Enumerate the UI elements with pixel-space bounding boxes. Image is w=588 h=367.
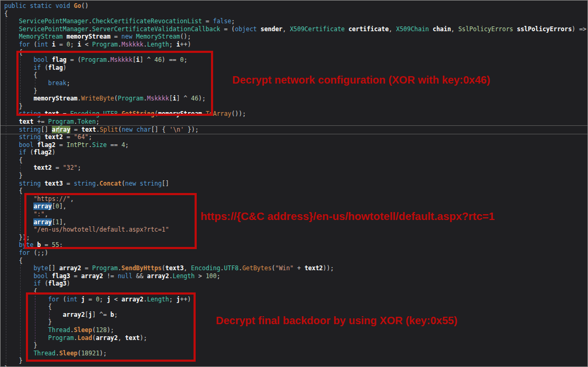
code-token: int [37, 41, 48, 48]
code-token [4, 241, 19, 249]
code-token: chain [433, 25, 451, 33]
code-token: } [4, 365, 8, 367]
code-token [257, 25, 261, 33]
code-token: = [202, 17, 213, 25]
code-line[interactable]: text += Program.Token; [4, 118, 587, 126]
code-token: X509Certificate [290, 25, 345, 33]
code-token: ( [30, 41, 37, 48]
code-token: static [30, 2, 52, 10]
code-token: Program [48, 118, 74, 125]
code-line[interactable]: if (flag3) [4, 280, 587, 288]
code-token: Concat [99, 180, 122, 187]
code-token: && [132, 272, 147, 280]
code-line[interactable]: { [4, 157, 587, 164]
code-token: ; [78, 164, 81, 171]
code-token: ++) [180, 41, 191, 48]
code-token: i [78, 41, 81, 48]
code-line[interactable]: string text3 = string.Concat(new string[… [4, 180, 587, 188]
code-token [4, 164, 33, 171]
code-token: if [33, 280, 41, 287]
code-line[interactable]: ServicePointManager.CheckCertificateRevo… [4, 17, 587, 25]
code-token: + [293, 264, 305, 272]
code-line[interactable]: { [4, 10, 587, 18]
code-token: '\n' [169, 126, 184, 133]
code-line[interactable]: } [4, 365, 587, 367]
code-token [4, 126, 19, 133]
code-token: UTF8 [224, 264, 239, 272]
code-token: new [122, 126, 133, 133]
code-token: text2 [44, 133, 63, 141]
code-line[interactable]: ServicePointManager.ServerCertificateVal… [4, 25, 587, 33]
code-token: ; [169, 41, 177, 48]
code-token: Split [100, 126, 118, 133]
code-token [4, 133, 19, 141]
code-token: string [19, 126, 41, 133]
code-token: , [389, 25, 396, 33]
code-line[interactable]: bool flag3 = array2 != null && array2.Le… [4, 272, 587, 280]
code-token: } [4, 172, 23, 179]
code-token: bool [33, 272, 48, 280]
code-token: . [221, 264, 224, 272]
code-token: , [183, 264, 191, 272]
code-token: text [81, 126, 96, 133]
code-token: [] [41, 126, 52, 133]
annotation-text-xor-config: Decrypt network configuration (XOR with … [232, 74, 490, 86]
code-token: Size [92, 141, 107, 149]
code-token: text [19, 118, 34, 125]
code-token [70, 2, 74, 10]
code-token: . [169, 272, 173, 280]
code-token: char [136, 126, 151, 133]
code-token: "32" [63, 164, 78, 171]
code-token: Program [92, 41, 117, 48]
code-token: ; [70, 41, 78, 48]
code-line[interactable]: MemoryStream memoryStream = new MemorySt… [4, 33, 587, 41]
code-token: Mskkkk [122, 41, 144, 48]
code-line[interactable]: { [4, 257, 587, 265]
code-line[interactable]: } [4, 172, 587, 180]
code-token [48, 272, 52, 280]
code-token: = ( [221, 25, 235, 33]
code-token: ) [52, 149, 56, 156]
code-token: (); [180, 33, 191, 40]
code-token: new [125, 180, 136, 187]
code-token: CheckCertificateRevocationList [92, 17, 202, 25]
code-line[interactable]: for (int i = 0; i < Program.Mskkkk.Lengt… [4, 41, 587, 49]
code-token: . [74, 118, 78, 125]
code-token: object [235, 25, 257, 33]
code-token: = [70, 272, 81, 280]
code-line[interactable]: text2 = "32"; [4, 164, 587, 172]
code-token: sslPolicyErrors [517, 25, 572, 33]
code-token: memoryStream [67, 33, 111, 40]
code-token: public [4, 2, 26, 10]
code-token: sender [261, 25, 283, 33]
code-token: == [107, 141, 122, 149]
code-token: array2 [59, 264, 81, 272]
code-line[interactable]: bool flag2 = IntPtr.Size == 4; [4, 141, 587, 149]
code-token: { [4, 10, 8, 17]
code-line[interactable]: for (;;) [4, 249, 587, 257]
code-token: , [282, 25, 290, 33]
annotation-text-cc-url: https://{C&C address}/en-us/howtotell/de… [200, 210, 494, 223]
code-token: = [81, 264, 92, 272]
code-token: array2 [81, 272, 103, 280]
code-token: ; [96, 118, 99, 125]
code-line[interactable]: string text2 = "64"; [4, 133, 587, 141]
code-token: text2 [305, 264, 323, 272]
code-token: = [63, 133, 74, 141]
code-token: for [19, 41, 30, 48]
code-token: X509Chain [396, 25, 429, 33]
code-token: i [52, 41, 56, 48]
code-token: flag2 [37, 141, 56, 149]
code-token: < [81, 41, 93, 48]
code-token: "64" [74, 133, 89, 141]
code-line[interactable]: byte[] array2 = Program.SendByHttps(text… [4, 264, 587, 272]
code-token [52, 2, 56, 10]
code-line[interactable]: string[] array = text.Split(new char[] {… [4, 126, 587, 134]
code-line[interactable]: public static void Go() [4, 2, 587, 10]
code-token: string [19, 180, 41, 187]
code-token: ( [162, 264, 166, 272]
code-token: = [111, 33, 122, 40]
code-token: += [33, 118, 48, 125]
code-token: 100 [206, 272, 217, 280]
code-line[interactable]: if (flag2) [4, 149, 587, 157]
